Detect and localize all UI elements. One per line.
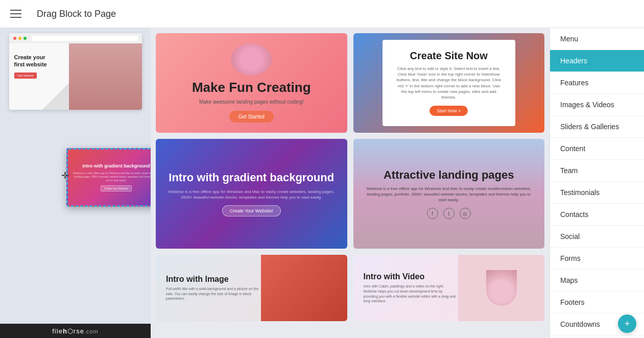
- browser-url-bar: [32, 36, 138, 41]
- preview-hero-text: Create yourfirst website Get Started: [14, 54, 47, 79]
- blocks-grid: Make Fun Creating Make awesome landing p…: [156, 33, 544, 321]
- block-card-image[interactable]: Intro with Image Full width title with a…: [156, 255, 347, 321]
- page-title: Drag Block to Page: [37, 9, 116, 19]
- main-layout: Create yourfirst website Get Started Int…: [0, 28, 644, 338]
- block-fun-subtitle: Make awesome landing pages without codin…: [199, 99, 304, 105]
- category-item-features[interactable]: Features: [550, 72, 644, 94]
- drag-block-title: Intro with gradient background: [72, 163, 151, 170]
- top-bar: Drag Block to Page: [0, 0, 644, 28]
- block-landing-title: Attractive landing pages: [384, 168, 514, 182]
- drag-block-overlay[interactable]: Intro with gradient background Mobirise …: [66, 148, 151, 207]
- category-item-footers[interactable]: Footers: [550, 292, 644, 313]
- block-card-fun[interactable]: Make Fun Creating Make awesome landing p…: [156, 33, 347, 133]
- drag-cursor-icon: ✛: [61, 170, 69, 181]
- block-image-title: Intro with Image: [166, 275, 229, 284]
- block-site-description: Click any text to edit or style it. Sele…: [395, 66, 503, 100]
- drag-block-content: Intro with gradient background Mobirise …: [68, 159, 151, 196]
- browser-preview: Create yourfirst website Get Started: [9, 33, 142, 110]
- category-item-images-videos[interactable]: Images & Videos: [550, 94, 644, 116]
- add-block-button[interactable]: +: [618, 315, 636, 333]
- category-item-maps[interactable]: Maps: [550, 270, 644, 292]
- hamburger-menu[interactable]: [10, 10, 21, 18]
- block-landing-description: Mobirise is a free offline app for Windo…: [364, 186, 535, 203]
- block-gradient-button[interactable]: Create Your Website!: [222, 205, 281, 216]
- facebook-icon: f: [427, 208, 438, 219]
- browser-dot-green: [23, 37, 27, 40]
- block-landing-social-icons: f t ◎: [427, 208, 471, 219]
- block-card-gradient[interactable]: Intro with gradient background Mobirise …: [156, 139, 347, 249]
- block-site-card-inner: Create Site Now Click any text to edit o…: [383, 40, 515, 126]
- block-fun-button[interactable]: Get Started: [229, 111, 274, 123]
- instagram-icon: ◎: [460, 208, 471, 219]
- preview-hero-image: [69, 43, 142, 110]
- browser-dot-yellow: [18, 37, 21, 40]
- preview-hero-title: Create yourfirst website: [14, 54, 47, 68]
- block-site-title: Create Site Now: [395, 50, 503, 62]
- block-fun-image: [231, 43, 272, 75]
- filehorse-logo-bar: fileh⬡rse.com: [0, 324, 151, 338]
- block-video-title: Intro with Video: [364, 272, 425, 281]
- block-image-thumbnail: [261, 255, 347, 321]
- browser-dot-red: [13, 37, 16, 40]
- twitter-icon: t: [443, 208, 455, 219]
- category-item-sliders-galleries[interactable]: Sliders & Galleries: [550, 116, 644, 138]
- center-blocks-panel[interactable]: Make Fun Creating Make awesome landing p…: [151, 28, 550, 338]
- category-item-contacts[interactable]: Contacts: [550, 204, 644, 226]
- preview-hero: Create yourfirst website Get Started: [9, 43, 142, 110]
- right-categories-panel: MenuHeadersFeaturesImages & VideosSlider…: [550, 28, 644, 338]
- flower-image: [486, 270, 517, 306]
- block-video-description: Intro with Cabin, paddings and a video o…: [364, 284, 458, 304]
- category-item-content[interactable]: Content: [550, 138, 644, 160]
- left-preview-panel: Create yourfirst website Get Started Int…: [0, 28, 151, 338]
- block-gradient-title: Intro with gradient background: [169, 171, 334, 184]
- category-item-menu[interactable]: Menu: [550, 28, 644, 50]
- category-item-testimonials[interactable]: Testimonials: [550, 182, 644, 204]
- browser-bar: [9, 33, 142, 43]
- category-item-forms[interactable]: Forms: [550, 248, 644, 270]
- preview-hero-button[interactable]: Get Started: [14, 73, 37, 79]
- block-card-site[interactable]: Create Site Now Click any text to edit o…: [353, 33, 545, 133]
- drag-block-button[interactable]: Create Your Website!: [101, 185, 132, 191]
- category-item-social[interactable]: Social: [550, 226, 644, 248]
- category-item-headers[interactable]: Headers: [550, 50, 644, 72]
- block-card-landing[interactable]: Attractive landing pages Mobirise is a f…: [353, 139, 545, 249]
- block-video-thumbnail: [458, 255, 544, 321]
- block-image-description: Full width title with a solid background…: [166, 286, 260, 301]
- block-fun-title: Make Fun Creating: [192, 80, 311, 95]
- block-card-video[interactable]: Intro with Video Intro with Cabin, paddi…: [353, 255, 545, 321]
- category-item-team[interactable]: Team: [550, 160, 644, 182]
- filehorse-logo: fileh⬡rse.com: [52, 327, 98, 335]
- block-gradient-description: Mobirise is a free offline app for Windo…: [166, 189, 337, 200]
- block-site-button[interactable]: Start Now »: [430, 106, 468, 116]
- drag-block-description: Mobirise is a free offline app for Windo…: [72, 172, 151, 182]
